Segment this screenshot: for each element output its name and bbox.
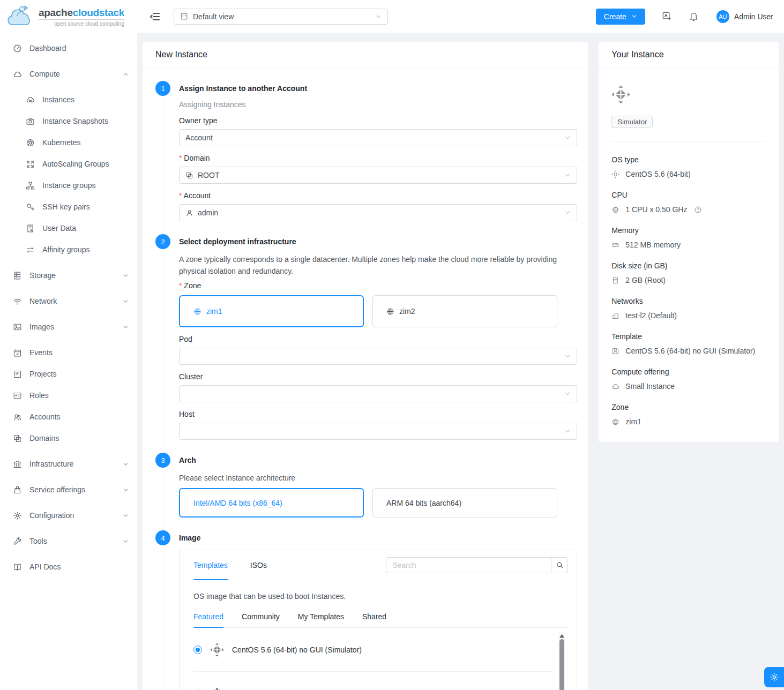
sidebar-item-network[interactable]: Network <box>0 290 137 312</box>
sidebar-item-infrastructure[interactable]: Infrastructure <box>0 453 137 475</box>
filter-tab-featured[interactable]: Featured <box>193 609 223 627</box>
disk-size-label: Disk size (in GB) <box>611 261 766 270</box>
chevron-down-icon <box>564 391 571 397</box>
sidebar-item-autoscaling-groups[interactable]: AutoScaling Groups <box>0 153 137 175</box>
sidebar-item-projects[interactable]: Projects <box>0 363 137 385</box>
arch-card-arm[interactable]: ARM 64 bits (aarch64) <box>372 488 557 518</box>
avatar[interactable]: AU <box>716 10 729 23</box>
view-selector[interactable]: Default view <box>174 9 388 25</box>
chevron-down-icon <box>564 134 571 141</box>
sidebar-item-api-docs[interactable]: API Docs <box>0 556 137 578</box>
cpu-label: CPU <box>611 191 766 199</box>
account-label: Account <box>179 191 577 200</box>
theme-settings-button[interactable] <box>764 667 784 687</box>
sidebar-item-affinity-groups[interactable]: Affinity groups <box>0 239 137 260</box>
arch-card-x86[interactable]: Intel/AMD 64 bits (x86_64) <box>179 488 364 518</box>
template-row-ubuntu[interactable]: Ubuntu 22.04 <box>193 672 552 690</box>
search-input[interactable] <box>386 557 551 573</box>
sidebar-item-service-offerings[interactable]: Service offerings <box>0 479 137 500</box>
project-icon <box>13 370 22 379</box>
filter-tab-shared[interactable]: Shared <box>362 609 386 627</box>
notification-bell-icon[interactable] <box>689 11 699 21</box>
domain-select[interactable]: ROOT <box>179 167 577 184</box>
sidebar-item-instance-snapshots[interactable]: Instance Snapshots <box>0 110 137 132</box>
scroll-up-icon[interactable] <box>559 634 564 638</box>
sidebar-item-domains[interactable]: Domains <box>0 428 137 449</box>
sidebar-item-accounts[interactable]: Accounts <box>0 406 137 428</box>
step-4-number: 4 <box>155 530 170 545</box>
sidebar-item-instance-groups[interactable]: Instance groups <box>0 175 137 196</box>
user-name[interactable]: Admin User <box>734 12 773 21</box>
tab-templates[interactable]: Templates <box>193 550 228 580</box>
idcard-icon <box>13 391 22 400</box>
sidebar-item-kubernetes[interactable]: Kubernetes <box>0 132 137 153</box>
step-2: 2 Select deployment infrastructure A zon… <box>155 234 577 453</box>
step-2-title: Select deployment infrastructure <box>179 234 577 246</box>
chevron-down-icon <box>123 461 129 467</box>
zone-card-zim1[interactable]: zim1 <box>179 295 364 327</box>
template-list: CentOS 5.6 (64-bit) no GUI (Simulator) U… <box>193 628 568 690</box>
file-user-icon <box>26 224 35 233</box>
block-icon <box>13 434 22 443</box>
tab-isos[interactable]: ISOs <box>250 550 267 580</box>
centos-icon <box>611 85 630 104</box>
chevron-down-icon <box>564 172 571 178</box>
chevron-down-icon <box>123 513 129 519</box>
globe-icon <box>193 308 201 316</box>
sidebar-item-events[interactable]: Events <box>0 342 137 363</box>
template-row-centos[interactable]: CentOS 5.6 (64-bit) no GUI (Simulator) <box>193 628 552 672</box>
account-select[interactable]: admin <box>179 204 577 221</box>
sidebar-item-images[interactable]: Images <box>0 316 137 338</box>
owner-type-label: Owner type <box>179 116 577 125</box>
sidebar-item-tools[interactable]: Tools <box>0 530 137 552</box>
search-icon <box>556 561 564 569</box>
filter-tab-my-templates[interactable]: My Templates <box>298 609 344 627</box>
wifi-icon <box>13 297 22 306</box>
sidebar-item-compute[interactable]: Compute <box>0 63 137 85</box>
owner-type-select[interactable]: Account <box>179 129 577 146</box>
sidebar-item-roles[interactable]: Roles <box>0 385 137 406</box>
your-instance-card: Your Instance Simulator OS type CentOS 5… <box>599 42 779 442</box>
create-button[interactable]: Create <box>596 9 645 25</box>
networks-value: test-l2 (Default) <box>611 311 766 320</box>
search-button[interactable] <box>551 557 568 573</box>
host-select[interactable] <box>179 423 577 440</box>
sidebar-item-ssh-key-pairs[interactable]: SSH key pairs <box>0 196 137 218</box>
filter-tab-community[interactable]: Community <box>242 609 280 627</box>
step-3-title: Arch <box>179 453 577 464</box>
team-icon <box>13 412 22 422</box>
zone-summary-label: Zone <box>611 403 766 411</box>
question-circle-icon[interactable] <box>694 206 702 214</box>
image-selector: Templates ISOs <box>179 550 577 690</box>
cluster-select[interactable] <box>179 385 577 402</box>
sitemap-icon <box>26 181 35 190</box>
translate-icon[interactable] <box>662 11 672 21</box>
bag-icon <box>13 485 22 494</box>
step-1-title: Assign Instance to another Account <box>179 81 577 93</box>
topbar: Default view Create AU Admin User <box>137 0 784 33</box>
globe-icon <box>386 308 394 316</box>
zone-card-zim2[interactable]: zim2 <box>372 295 557 327</box>
domain-label: Domain <box>179 154 577 162</box>
sidebar-item-instances[interactable]: Instances <box>0 89 137 110</box>
instances-icon <box>26 95 35 104</box>
sidebar-item-configuration[interactable]: Configuration <box>0 505 137 526</box>
image-description: OS image that can be used to boot Instan… <box>193 592 568 601</box>
sidebar-item-user-data[interactable]: User Data <box>0 218 137 239</box>
chevron-down-icon <box>123 298 129 304</box>
swap-icon <box>26 245 35 254</box>
sidebar-collapse-icon[interactable] <box>149 11 161 22</box>
kubernetes-icon <box>26 138 35 147</box>
pod-select[interactable] <box>179 348 577 365</box>
template-list-scrollbar[interactable] <box>558 632 565 690</box>
step-1-number: 1 <box>155 81 170 96</box>
os-type-value: CentOS 5.6 (64-bit) <box>611 170 766 178</box>
cloudstack-logo[interactable]: apachecloudstack open source cloud compu… <box>0 0 137 34</box>
wizard-body: 1 Assign Instance to another Account Ass… <box>143 68 588 690</box>
os-type-label: OS type <box>611 155 766 164</box>
radio-selected[interactable] <box>193 646 202 654</box>
sidebar-item-dashboard[interactable]: Dashboard <box>0 38 137 59</box>
scrollbar-thumb[interactable] <box>559 639 564 690</box>
centos-icon <box>611 170 619 178</box>
sidebar-item-storage[interactable]: Storage <box>0 265 137 286</box>
